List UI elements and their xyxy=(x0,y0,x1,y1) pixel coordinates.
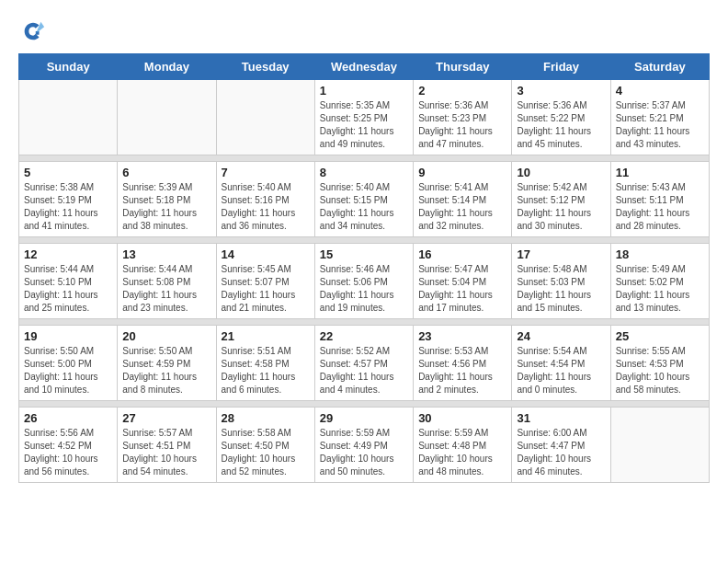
calendar-cell: 7Sunrise: 5:40 AM Sunset: 5:16 PM Daylig… xyxy=(216,162,314,237)
day-info: Sunrise: 5:57 AM Sunset: 4:51 PM Dayligh… xyxy=(122,427,210,478)
day-info: Sunrise: 5:36 AM Sunset: 5:22 PM Dayligh… xyxy=(517,99,605,151)
calendar-cell: 26Sunrise: 5:56 AM Sunset: 4:52 PM Dayli… xyxy=(19,408,118,483)
calendar-table: SundayMondayTuesdayWednesdayThursdayFrid… xyxy=(18,53,710,483)
calendar-cell: 15Sunrise: 5:46 AM Sunset: 5:06 PM Dayli… xyxy=(314,244,413,319)
calendar-cell: 28Sunrise: 5:58 AM Sunset: 4:50 PM Dayli… xyxy=(216,408,314,483)
day-number: 21 xyxy=(222,329,310,343)
calendar-cell xyxy=(118,80,216,155)
calendar-cell: 21Sunrise: 5:51 AM Sunset: 4:58 PM Dayli… xyxy=(216,326,314,401)
calendar-cell: 22Sunrise: 5:52 AM Sunset: 4:57 PM Dayli… xyxy=(314,326,413,401)
calendar-cell: 4Sunrise: 5:37 AM Sunset: 5:21 PM Daylig… xyxy=(610,80,709,155)
calendar-cell: 6Sunrise: 5:39 AM Sunset: 5:18 PM Daylig… xyxy=(118,162,216,237)
day-info: Sunrise: 5:56 AM Sunset: 4:52 PM Dayligh… xyxy=(24,427,112,478)
weekday-header-tuesday: Tuesday xyxy=(216,54,314,80)
day-info: Sunrise: 5:50 AM Sunset: 4:59 PM Dayligh… xyxy=(122,345,210,396)
day-info: Sunrise: 5:59 AM Sunset: 4:49 PM Dayligh… xyxy=(320,427,408,478)
day-info: Sunrise: 5:39 AM Sunset: 5:18 PM Dayligh… xyxy=(122,181,210,233)
day-info: Sunrise: 5:45 AM Sunset: 5:07 PM Dayligh… xyxy=(222,263,310,315)
weekday-header-monday: Monday xyxy=(118,54,216,80)
day-number: 20 xyxy=(122,329,210,343)
calendar-cell: 2Sunrise: 5:36 AM Sunset: 5:23 PM Daylig… xyxy=(414,80,512,155)
calendar-cell: 29Sunrise: 5:59 AM Sunset: 4:49 PM Dayli… xyxy=(314,408,413,483)
day-number: 25 xyxy=(616,329,704,343)
day-number: 24 xyxy=(517,329,605,343)
day-info: Sunrise: 5:40 AM Sunset: 5:15 PM Dayligh… xyxy=(320,181,408,233)
day-number: 13 xyxy=(122,247,210,261)
calendar-cell: 16Sunrise: 5:47 AM Sunset: 5:04 PM Dayli… xyxy=(414,244,512,319)
day-info: Sunrise: 5:59 AM Sunset: 4:48 PM Dayligh… xyxy=(418,427,506,478)
calendar-cell: 10Sunrise: 5:42 AM Sunset: 5:12 PM Dayli… xyxy=(512,162,610,237)
calendar-cell: 19Sunrise: 5:50 AM Sunset: 5:00 PM Dayli… xyxy=(19,326,118,401)
day-info: Sunrise: 5:58 AM Sunset: 4:50 PM Dayligh… xyxy=(222,427,310,478)
day-info: Sunrise: 5:48 AM Sunset: 5:03 PM Dayligh… xyxy=(517,263,605,315)
calendar-cell: 20Sunrise: 5:50 AM Sunset: 4:59 PM Dayli… xyxy=(118,326,216,401)
day-info: Sunrise: 5:52 AM Sunset: 4:57 PM Dayligh… xyxy=(320,345,408,396)
calendar-cell: 5Sunrise: 5:38 AM Sunset: 5:19 PM Daylig… xyxy=(19,162,118,237)
page-header xyxy=(18,18,710,44)
day-info: Sunrise: 5:35 AM Sunset: 5:25 PM Dayligh… xyxy=(320,99,408,151)
calendar-cell: 1Sunrise: 5:35 AM Sunset: 5:25 PM Daylig… xyxy=(314,80,413,155)
calendar-cell: 3Sunrise: 5:36 AM Sunset: 5:22 PM Daylig… xyxy=(512,80,610,155)
day-number: 18 xyxy=(616,247,704,261)
logo-icon xyxy=(20,18,46,44)
calendar-cell: 30Sunrise: 5:59 AM Sunset: 4:48 PM Dayli… xyxy=(414,408,512,483)
calendar-week-row: 12Sunrise: 5:44 AM Sunset: 5:10 PM Dayli… xyxy=(19,244,710,319)
weekday-header-friday: Friday xyxy=(512,54,610,80)
day-info: Sunrise: 5:51 AM Sunset: 4:58 PM Dayligh… xyxy=(222,345,310,396)
day-number: 16 xyxy=(418,247,506,261)
day-info: Sunrise: 5:54 AM Sunset: 4:54 PM Dayligh… xyxy=(517,345,605,396)
day-number: 9 xyxy=(418,166,506,179)
day-info: Sunrise: 5:46 AM Sunset: 5:06 PM Dayligh… xyxy=(320,263,408,315)
calendar-cell: 14Sunrise: 5:45 AM Sunset: 5:07 PM Dayli… xyxy=(216,244,314,319)
day-number: 3 xyxy=(517,84,605,98)
weekday-header-thursday: Thursday xyxy=(414,54,512,80)
day-number: 28 xyxy=(222,411,310,425)
day-number: 30 xyxy=(418,411,506,425)
calendar-cell: 25Sunrise: 5:55 AM Sunset: 4:53 PM Dayli… xyxy=(610,326,709,401)
day-number: 31 xyxy=(517,411,605,425)
day-info: Sunrise: 5:40 AM Sunset: 5:16 PM Dayligh… xyxy=(222,181,310,233)
day-number: 7 xyxy=(222,166,310,179)
weekday-header-wednesday: Wednesday xyxy=(314,54,413,80)
day-number: 10 xyxy=(517,166,605,179)
calendar-week-row: 26Sunrise: 5:56 AM Sunset: 4:52 PM Dayli… xyxy=(19,408,710,483)
day-info: Sunrise: 5:44 AM Sunset: 5:08 PM Dayligh… xyxy=(122,263,210,315)
calendar-cell: 13Sunrise: 5:44 AM Sunset: 5:08 PM Dayli… xyxy=(118,244,216,319)
day-number: 19 xyxy=(24,329,112,343)
day-number: 1 xyxy=(320,84,408,98)
day-number: 4 xyxy=(616,84,704,98)
day-info: Sunrise: 5:44 AM Sunset: 5:10 PM Dayligh… xyxy=(24,263,112,315)
day-number: 5 xyxy=(24,166,112,179)
day-info: Sunrise: 5:43 AM Sunset: 5:11 PM Dayligh… xyxy=(616,181,704,233)
week-separator xyxy=(19,237,710,244)
calendar-cell: 17Sunrise: 5:48 AM Sunset: 5:03 PM Dayli… xyxy=(512,244,610,319)
day-number: 17 xyxy=(517,247,605,261)
day-info: Sunrise: 5:42 AM Sunset: 5:12 PM Dayligh… xyxy=(517,181,605,233)
day-number: 15 xyxy=(320,247,408,261)
day-number: 14 xyxy=(222,247,310,261)
day-number: 23 xyxy=(418,329,506,343)
calendar-cell xyxy=(216,80,314,155)
day-number: 26 xyxy=(24,411,112,425)
week-separator xyxy=(19,155,710,162)
weekday-header-sunday: Sunday xyxy=(19,54,118,80)
day-number: 11 xyxy=(616,166,704,179)
calendar-week-row: 1Sunrise: 5:35 AM Sunset: 5:25 PM Daylig… xyxy=(19,80,710,155)
day-info: Sunrise: 5:36 AM Sunset: 5:23 PM Dayligh… xyxy=(418,99,506,151)
svg-marker-0 xyxy=(36,22,44,34)
calendar-cell: 23Sunrise: 5:53 AM Sunset: 4:56 PM Dayli… xyxy=(414,326,512,401)
day-number: 6 xyxy=(122,166,210,179)
calendar-cell: 18Sunrise: 5:49 AM Sunset: 5:02 PM Dayli… xyxy=(610,244,709,319)
day-info: Sunrise: 5:38 AM Sunset: 5:19 PM Dayligh… xyxy=(24,181,112,233)
week-separator xyxy=(19,401,710,408)
calendar-week-row: 19Sunrise: 5:50 AM Sunset: 5:00 PM Dayli… xyxy=(19,326,710,401)
day-info: Sunrise: 5:53 AM Sunset: 4:56 PM Dayligh… xyxy=(418,345,506,396)
day-number: 8 xyxy=(320,166,408,179)
day-info: Sunrise: 6:00 AM Sunset: 4:47 PM Dayligh… xyxy=(517,427,605,478)
calendar-week-row: 5Sunrise: 5:38 AM Sunset: 5:19 PM Daylig… xyxy=(19,162,710,237)
day-info: Sunrise: 5:55 AM Sunset: 4:53 PM Dayligh… xyxy=(616,345,704,396)
day-number: 29 xyxy=(320,411,408,425)
calendar-cell: 11Sunrise: 5:43 AM Sunset: 5:11 PM Dayli… xyxy=(610,162,709,237)
day-info: Sunrise: 5:37 AM Sunset: 5:21 PM Dayligh… xyxy=(616,99,704,151)
calendar-cell: 8Sunrise: 5:40 AM Sunset: 5:15 PM Daylig… xyxy=(314,162,413,237)
